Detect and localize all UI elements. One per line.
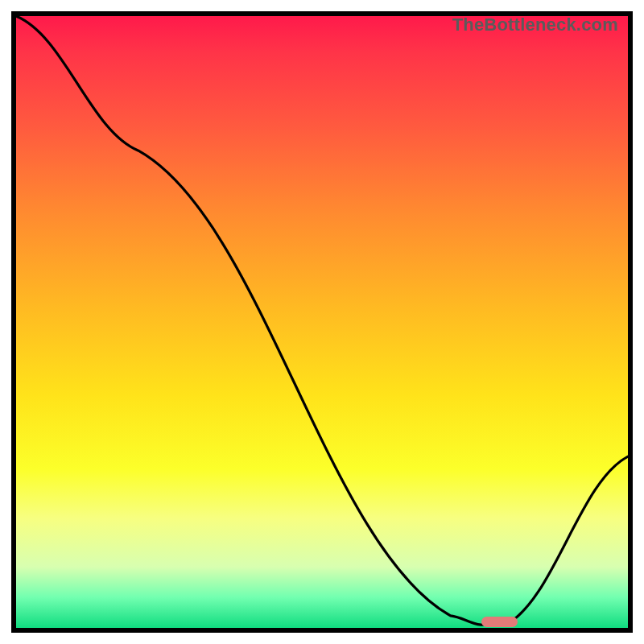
chart-frame: TheBottleneck.com bbox=[11, 11, 633, 633]
watermark-text: TheBottleneck.com bbox=[452, 14, 618, 35]
curve-path bbox=[16, 16, 628, 625]
bottleneck-curve bbox=[16, 16, 628, 628]
optimal-range-marker bbox=[481, 617, 518, 627]
